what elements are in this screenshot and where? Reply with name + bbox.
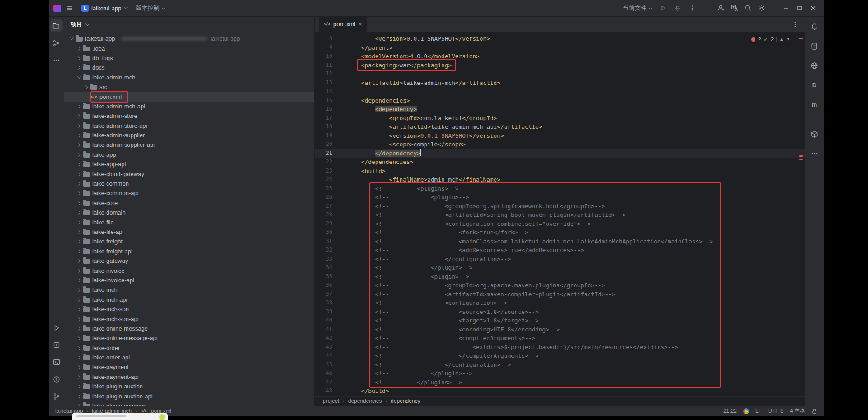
- code-line-22[interactable]: 22 </dependencies>: [315, 158, 805, 167]
- code-line-19[interactable]: 19 <version>0.0.1-SNAPSHOT</version>: [315, 131, 805, 140]
- code-line-45[interactable]: 45 <!-- </configuration>-->: [315, 360, 805, 369]
- tree-item-laike-file-api[interactable]: laike-file-api: [64, 227, 314, 237]
- line-number[interactable]: 22: [315, 158, 347, 167]
- code-line-13[interactable]: 13 <artifactId>laike-admin-mch</artifact…: [315, 79, 805, 88]
- chevron-right-icon[interactable]: [77, 384, 81, 388]
- chevron-right-icon[interactable]: [77, 104, 81, 108]
- line-number[interactable]: 43: [315, 343, 347, 352]
- line-number[interactable]: 15: [315, 96, 347, 105]
- line-number[interactable]: 38: [315, 299, 347, 308]
- tree-item-laike-mch-son[interactable]: laike-mch-son: [64, 304, 314, 314]
- chevron-right-icon[interactable]: [77, 269, 81, 273]
- code-line-8[interactable]: 8 <version>0.0.1-SNAPSHOT</version>: [315, 34, 805, 43]
- tree-item-laike-online-message-api[interactable]: laike-online-message-api: [64, 333, 314, 343]
- line-number[interactable]: 47: [315, 378, 347, 387]
- tree-item-laike-mch[interactable]: laike-mch: [64, 285, 314, 294]
- line-number[interactable]: 20: [315, 140, 347, 149]
- tree-item-laike-mch-son-api[interactable]: laike-mch-son-api: [64, 314, 314, 323]
- code-line-10[interactable]: 10 <modelVersion>4.0.0</modelVersion>: [315, 52, 805, 61]
- chevron-right-icon[interactable]: [77, 365, 81, 369]
- translate-button[interactable]: [729, 2, 741, 14]
- chevron-right-icon[interactable]: [77, 404, 81, 406]
- chevron-right-icon[interactable]: [77, 230, 81, 234]
- chevron-right-icon[interactable]: [77, 249, 81, 253]
- line-number[interactable]: 9: [315, 43, 347, 52]
- chevron-right-icon[interactable]: [77, 47, 81, 51]
- code-line-31[interactable]: 31 <!-- <mainClass>com.laiketui.admin.mc…: [315, 237, 805, 246]
- tree-item-db_logs[interactable]: db_logs: [64, 53, 314, 63]
- tree-item-laike-online-message[interactable]: laike-online-message: [64, 324, 314, 333]
- previous-problem-button[interactable]: ▲: [779, 35, 783, 44]
- line-number[interactable]: 16: [315, 105, 347, 114]
- line-number[interactable]: 40: [315, 316, 347, 325]
- error-stripe-mark[interactable]: [799, 159, 803, 160]
- database-tool-button[interactable]: [808, 40, 821, 52]
- maven-tool-button[interactable]: m: [808, 98, 821, 111]
- package-tool-button[interactable]: [808, 128, 821, 140]
- chevron-right-icon[interactable]: [77, 375, 81, 379]
- tree-item-laike-admin-mch[interactable]: laike-admin-mch: [64, 73, 314, 82]
- chevron-right-icon[interactable]: [77, 317, 81, 321]
- line-number[interactable]: 27: [315, 202, 347, 211]
- chevron-down-icon[interactable]: [77, 75, 81, 79]
- chevron-right-icon[interactable]: [77, 259, 81, 263]
- tab-options-button[interactable]: [792, 21, 798, 28]
- line-number[interactable]: 23: [315, 167, 347, 176]
- chevron-right-icon[interactable]: [84, 85, 88, 89]
- tree-item-laike-invoice-api[interactable]: laike-invoice-api: [64, 275, 314, 285]
- tree-item-laike-admin-mch-api[interactable]: laike-admin-mch-api: [64, 102, 314, 111]
- indent-setting[interactable]: 4 空格: [790, 407, 805, 415]
- editor[interactable]: 8 <version>0.0.1-SNAPSHOT</version>9 </p…: [315, 32, 805, 396]
- tree-item-laike-admin-store-api[interactable]: laike-admin-store-api: [64, 121, 314, 131]
- chevron-right-icon[interactable]: [77, 191, 81, 195]
- tree-item-laike-admin-supplier[interactable]: laike-admin-supplier: [64, 131, 314, 140]
- tree-item-laike-gateway[interactable]: laike-gateway: [64, 256, 314, 266]
- tree-item-laike-plugin-auction-api[interactable]: laike-plugin-auction-api: [64, 391, 314, 401]
- code-line-12[interactable]: 12: [315, 70, 805, 79]
- code-line-14[interactable]: 14: [315, 87, 805, 96]
- tree-item-laike-app-api[interactable]: laike-app-api: [64, 159, 314, 169]
- chevron-right-icon[interactable]: [77, 355, 81, 359]
- code-with-me-button[interactable]: [715, 2, 727, 14]
- line-number[interactable]: 36: [315, 281, 347, 290]
- code-line-25[interactable]: 25 <!-- <plugins>-->: [315, 184, 805, 193]
- line-number[interactable]: 10: [315, 52, 347, 61]
- code-line-42[interactable]: 42 <!-- <compilerArguments>-->: [315, 334, 805, 343]
- code-line-9[interactable]: 9 </parent>: [315, 43, 805, 52]
- vcs-widget[interactable]: 版本控制: [134, 2, 168, 14]
- chevron-right-icon[interactable]: [77, 394, 81, 398]
- code-line-39[interactable]: 39 <!-- <source>1.8</source>-->: [315, 308, 805, 317]
- chevron-right-icon[interactable]: [77, 307, 81, 311]
- breadcrumb-project[interactable]: project: [323, 398, 339, 404]
- line-ending[interactable]: LF: [755, 408, 762, 414]
- line-number[interactable]: 41: [315, 325, 347, 334]
- tree-item-laike-common[interactable]: laike-common: [64, 179, 314, 188]
- line-number[interactable]: 17: [315, 114, 347, 123]
- line-number[interactable]: 18: [315, 122, 347, 131]
- code-line-41[interactable]: 41 <!-- <encoding>UTF-8</encoding>-->: [315, 325, 805, 334]
- maximize-button[interactable]: [794, 2, 806, 14]
- code-line-47[interactable]: 47 <!-- </plugins>-->: [315, 378, 805, 387]
- line-number[interactable]: 45: [315, 360, 347, 369]
- chevron-right-icon[interactable]: [77, 65, 81, 70]
- code-line-32[interactable]: 32 <!-- <addResources>true</addResources…: [315, 246, 805, 255]
- debug-button[interactable]: [672, 2, 684, 14]
- tree-item-laike-cloud-gateway[interactable]: laike-cloud-gateway: [64, 169, 314, 178]
- tree-item-laike-app[interactable]: laike-app: [64, 150, 314, 159]
- chevron-right-icon[interactable]: [77, 278, 81, 282]
- code-line-38[interactable]: 38 <!-- <configuration>-->: [315, 299, 805, 308]
- tree-item-laike-payment[interactable]: laike-payment: [64, 362, 314, 372]
- line-number[interactable]: 25: [315, 184, 347, 193]
- error-stripe-mark[interactable]: [799, 38, 803, 39]
- tree-item-laike-core[interactable]: laike-core: [64, 198, 314, 208]
- terminal-tool-button[interactable]: [50, 356, 63, 369]
- chevron-right-icon[interactable]: [77, 201, 81, 205]
- line-number[interactable]: 39: [315, 308, 347, 317]
- tree-item-laiketui-app[interactable]: laiketui-applaiketui-app: [64, 34, 314, 43]
- lock-icon[interactable]: [811, 408, 817, 414]
- services-tool-button[interactable]: [50, 339, 63, 351]
- tree-item-laike-invoice[interactable]: laike-invoice: [64, 266, 314, 275]
- tree-item-src[interactable]: src: [64, 82, 314, 92]
- tree-item-laike-freight-api[interactable]: laike-freight-api: [64, 247, 314, 256]
- code-line-26[interactable]: 26 <!-- <plugin>-->: [315, 193, 805, 202]
